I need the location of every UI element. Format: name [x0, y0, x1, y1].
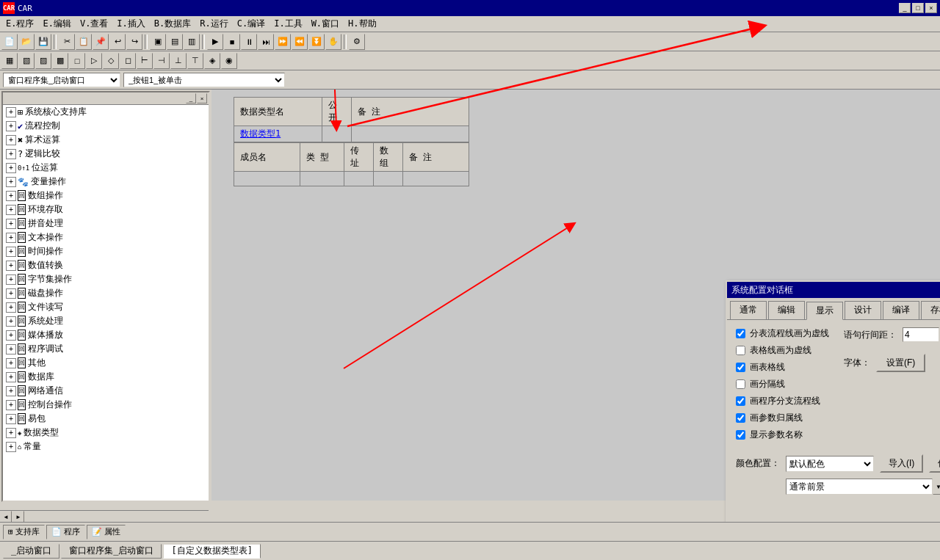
step4-btn[interactable]: ⏬ [308, 34, 325, 50]
expand-icon-easypack[interactable]: + [6, 414, 16, 424]
menu-run[interactable]: R.运行 [195, 16, 232, 32]
tab-compile[interactable]: 编译 [883, 301, 919, 319]
hand-btn[interactable]: ✋ [325, 34, 341, 50]
tb2-btn9[interactable]: ⊢ [137, 53, 153, 69]
expand-icon-flow[interactable]: + [6, 121, 16, 131]
menu-view[interactable]: V.查看 [76, 16, 112, 32]
tab-edit[interactable]: 编辑 [768, 301, 805, 319]
color-config-select[interactable]: 默认配色 [786, 456, 874, 472]
tree-item-datatype[interactable]: + ◈ 数据类型 [3, 426, 209, 440]
copy-btn[interactable]: 📋 [76, 34, 92, 50]
tab-general[interactable]: 通常 [730, 301, 767, 319]
event-combo[interactable]: _按钮1_被单击 [123, 73, 285, 87]
tree-item-numconv[interactable]: + 回 数值转换 [3, 258, 209, 272]
tb2-btn6[interactable]: ▷ [86, 53, 102, 69]
pause-btn[interactable]: ⏸ [241, 34, 257, 50]
tree-item-net[interactable]: + 回 网络通信 [3, 384, 209, 398]
cb-param-line[interactable] [736, 413, 745, 423]
cb-dashed-flow[interactable] [736, 329, 745, 338]
tb2-btn10[interactable]: ⊣ [153, 53, 170, 69]
stop-btn[interactable]: ■ [224, 34, 240, 50]
tree-item-math[interactable]: + ✖ 算术运算 [3, 133, 209, 147]
status-properties[interactable]: 📝 属性 [87, 525, 126, 539]
menu-window[interactable]: W.窗口 [307, 16, 344, 32]
menu-database[interactable]: B.数据库 [150, 16, 195, 32]
tb2-btn12[interactable]: ⊤ [187, 53, 203, 69]
menu-help[interactable]: H.帮助 [344, 16, 380, 32]
menu-program[interactable]: E.程序 [1, 16, 38, 32]
tree-item-sys[interactable]: + 回 系统处理 [3, 314, 209, 328]
tree-item-pinyin[interactable]: + 回 拼音处理 [3, 217, 209, 230]
expand-icon-media[interactable]: + [6, 330, 16, 341]
tb2-btn14[interactable]: ◉ [221, 53, 237, 69]
expand-icon-other[interactable]: + [6, 358, 16, 368]
tree-item-easypack[interactable]: + 回 易包 [3, 412, 209, 426]
tree-item-bytes[interactable]: + 回 字节集操作 [3, 272, 209, 286]
tree-item-time[interactable]: + 回 时间操作 [3, 244, 209, 258]
sidebar-close[interactable]: × [197, 93, 207, 103]
expand-icon-arr[interactable]: + [6, 191, 16, 201]
tree-item-env[interactable]: + 回 环境存取 [3, 203, 209, 217]
expand-icon-core[interactable]: + [6, 107, 16, 117]
font-settings-button[interactable]: 设置(F) [876, 354, 925, 372]
tree-item-const[interactable]: + ⌂ 常量 [3, 440, 209, 454]
expand-icon-debug[interactable]: + [6, 344, 16, 354]
tree-item-logic[interactable]: + ? 逻辑比较 [3, 147, 209, 161]
cb-grid-dashed[interactable] [736, 346, 745, 355]
menu-insert[interactable]: I.插入 [112, 16, 149, 32]
expand-icon-sys[interactable]: + [6, 316, 16, 327]
tb2-btn8[interactable]: ◻ [120, 53, 136, 69]
redo-btn[interactable]: ↪ [126, 34, 142, 50]
tree-item-disk[interactable]: + 回 磁盘操作 [3, 286, 209, 300]
expand-icon-disk[interactable]: + [6, 288, 16, 299]
step2-btn[interactable]: ⏩ [275, 34, 291, 50]
step3-btn[interactable]: ⏪ [292, 34, 308, 50]
scroll-left-btn[interactable]: ◄ [0, 511, 12, 523]
step-btn[interactable]: ⏭ [258, 34, 274, 50]
tb2-btn3[interactable]: ▨ [35, 53, 51, 69]
status-program[interactable]: 📄 程序 [46, 525, 85, 539]
tb2-btn7[interactable]: ◇ [103, 53, 119, 69]
sidebar-minimize[interactable]: _ [186, 93, 196, 103]
tree-item-var[interactable]: + 🐾 变量操作 [3, 175, 209, 189]
expand-icon-console[interactable]: + [6, 400, 16, 410]
color-type-dropdown[interactable]: ▼ [933, 479, 940, 495]
tree-item-bit[interactable]: + 0↑1 位运算 [3, 161, 209, 175]
bottom-tab-custom-types[interactable]: [自定义数据类型表] [163, 544, 260, 559]
tree-item-other[interactable]: + 回 其他 [3, 356, 209, 370]
tree-item-console[interactable]: + 回 控制台操作 [3, 398, 209, 412]
tree-item-media[interactable]: + 回 媒体播放 [3, 328, 209, 342]
save-btn[interactable]: 💾 [35, 34, 51, 50]
expand-icon-numconv[interactable]: + [6, 261, 16, 271]
tree-item-debug[interactable]: + 回 程序调试 [3, 342, 209, 356]
expand-icon-logic[interactable]: + [6, 149, 16, 159]
tb2-btn13[interactable]: ◈ [204, 53, 220, 69]
run-btn[interactable]: ▶ [207, 34, 223, 50]
tb2-btn4[interactable]: ▩ [52, 53, 68, 69]
expand-icon-text[interactable]: + [6, 233, 16, 243]
save-color-button[interactable]: 保存颜色设置(W) [929, 454, 940, 473]
btn1[interactable]: ▣ [150, 34, 166, 50]
tb2-btn5[interactable]: □ [69, 53, 85, 69]
expand-icon-pinyin[interactable]: + [6, 219, 16, 229]
cb-show-params[interactable] [736, 430, 745, 440]
window-combo[interactable]: 窗口程序集_启动窗口 [3, 73, 120, 87]
import-button[interactable]: 导入(I) [880, 454, 923, 473]
bottom-tab-startup[interactable]: _启动窗口 [3, 544, 59, 559]
tb2-btn2[interactable]: ▧ [18, 53, 35, 69]
cb-draw-grid[interactable] [736, 363, 745, 372]
expand-icon-datatype[interactable]: + [6, 428, 16, 438]
scroll-right-btn[interactable]: ► [12, 511, 24, 523]
expand-icon-db[interactable]: + [6, 372, 16, 382]
bottom-tab-window[interactable]: 窗口程序集_启动窗口 [61, 544, 162, 559]
status-support-lib[interactable]: ⊞ 支持库 [3, 525, 45, 539]
cut-btn[interactable]: ✂ [59, 34, 75, 50]
tb2-btn11[interactable]: ⊥ [170, 53, 187, 69]
expand-icon-const[interactable]: + [6, 442, 16, 452]
undo-btn[interactable]: ↩ [109, 34, 126, 50]
datatype-name-cell[interactable]: 数据类型1 [234, 126, 322, 142]
expand-icon-bit[interactable]: + [6, 163, 16, 173]
table-row-1[interactable]: 数据类型1 [234, 126, 469, 142]
paste-btn[interactable]: 📌 [93, 34, 109, 50]
expand-icon-net[interactable]: + [6, 386, 16, 396]
